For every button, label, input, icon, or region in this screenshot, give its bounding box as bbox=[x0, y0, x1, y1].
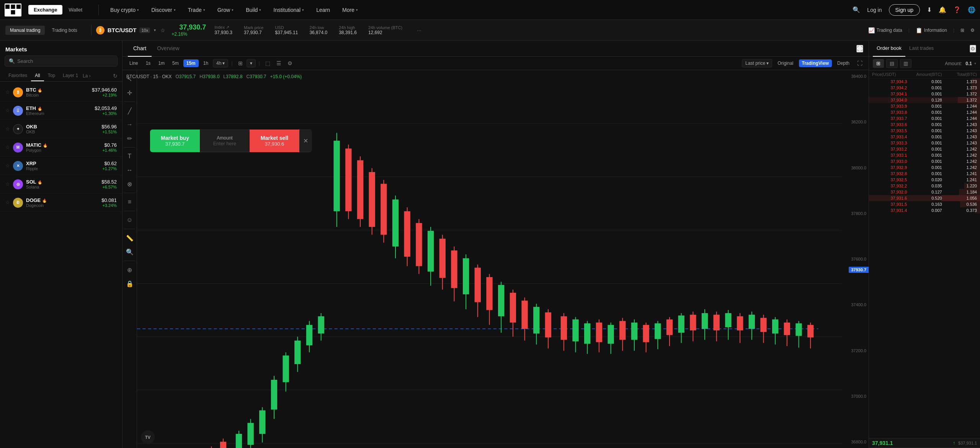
notifications-button[interactable]: 🔔 bbox=[939, 6, 946, 13]
chart-fullscreen-button[interactable]: ⛶ bbox=[855, 59, 865, 67]
ask-row-16[interactable]: 37,932.8 0.001 1.241 bbox=[869, 171, 980, 177]
chart-list-button[interactable]: ☰ bbox=[274, 59, 284, 67]
doge-favorite-star[interactable]: ☆ bbox=[5, 200, 10, 205]
manual-trading-button[interactable]: Manual trading bbox=[5, 26, 45, 35]
tool-measure[interactable]: ↔ bbox=[124, 164, 136, 176]
ask-row-3[interactable]: 37,934.1 0.001 1.372 bbox=[869, 91, 980, 97]
depth-view-button[interactable]: Depth bbox=[834, 59, 853, 67]
chart-screenshot-button[interactable]: ⬚ bbox=[263, 59, 273, 67]
wallet-tab[interactable]: Wallet bbox=[63, 5, 88, 15]
discover-link[interactable]: Discover▾ bbox=[145, 0, 181, 20]
ask-row-14[interactable]: 37,933.0 0.001 1.242 bbox=[869, 158, 980, 164]
ask-row-17[interactable]: 37,932.5 0.020 1.241 bbox=[869, 177, 980, 183]
ask-row-19[interactable]: 37,932.0 0.127 1.184 bbox=[869, 189, 980, 195]
ob-buy-only-button[interactable]: ▥ bbox=[900, 59, 911, 68]
ask-row-2[interactable]: 37,934.2 0.001 1.373 bbox=[869, 85, 980, 91]
ask-row-20[interactable]: 37,931.6 0.520 1.056 bbox=[869, 195, 980, 201]
tool-crosshair[interactable]: ✛ bbox=[124, 87, 136, 98]
candlestick-chart[interactable] bbox=[137, 70, 842, 448]
ask-row-9[interactable]: 37,933.5 0.001 1.243 bbox=[869, 128, 980, 134]
trade-link[interactable]: Trade▾ bbox=[182, 0, 211, 20]
market-item-doge[interactable]: ☆ Ð DOGE 🔥 Dogecoin $0.081 +3.24% bbox=[0, 194, 122, 212]
ask-row-11[interactable]: 37,933.3 0.001 1.243 bbox=[869, 140, 980, 146]
ob-sell-only-button[interactable]: ▤ bbox=[886, 59, 898, 68]
chart-5m-button[interactable]: 5m bbox=[169, 59, 182, 67]
filter-top[interactable]: Top bbox=[44, 71, 59, 81]
download-button[interactable]: ⬇ bbox=[927, 6, 932, 13]
btc-favorite-star[interactable]: ☆ bbox=[5, 89, 10, 95]
tool-pattern[interactable]: ⊗ bbox=[124, 178, 136, 190]
last-trades-tab[interactable]: Last trades bbox=[905, 41, 938, 57]
chart-1m-button[interactable]: 1m bbox=[155, 59, 168, 67]
market-item-okb[interactable]: ☆ ✦ OKB OKB $56.96 +1.51% bbox=[0, 120, 122, 138]
filter-layer1[interactable]: Layer 1 bbox=[59, 71, 82, 81]
market-buy-button[interactable]: Market buy 37,930.7 bbox=[150, 130, 200, 152]
eth-favorite-star[interactable]: ☆ bbox=[5, 108, 10, 113]
ob-amount-arrow[interactable]: ▾ bbox=[974, 61, 976, 66]
logo[interactable] bbox=[5, 3, 21, 16]
grow-link[interactable]: Grow▾ bbox=[211, 0, 240, 20]
market-item-xrp[interactable]: ☆ ✕ XRP Ripple $0.62 +1.27% bbox=[0, 157, 122, 175]
chart-1h-button[interactable]: 1h bbox=[200, 59, 211, 67]
ask-row-7[interactable]: 37,933.7 0.001 1.244 bbox=[869, 115, 980, 121]
ask-row-22[interactable]: 37,931.4 0.007 0.373 bbox=[869, 207, 980, 213]
tool-text[interactable]: T bbox=[124, 151, 136, 162]
language-button[interactable]: 🌐 bbox=[968, 6, 975, 13]
ob-both-sides-button[interactable]: ⊞ bbox=[873, 59, 884, 68]
xrp-favorite-star[interactable]: ☆ bbox=[5, 163, 10, 169]
order-book-tab[interactable]: Order book bbox=[873, 41, 905, 57]
order-popup-close-button[interactable]: ✕ bbox=[299, 130, 312, 152]
search-button[interactable]: 🔍 bbox=[853, 6, 860, 13]
order-amount-input[interactable]: Enter here bbox=[213, 141, 237, 146]
ask-row-5[interactable]: 37,933.9 0.001 1.244 bbox=[869, 103, 980, 109]
market-item-eth[interactable]: ☆ Ξ ETH 🔥 Ethereum $2,053.49 +1.30% bbox=[0, 102, 122, 120]
build-link[interactable]: Build▾ bbox=[240, 0, 267, 20]
filter-favorites[interactable]: Favorites bbox=[5, 71, 31, 81]
ask-row-12[interactable]: 37,933.2 0.001 1.242 bbox=[869, 146, 980, 152]
chart-timeframe-dropdown[interactable]: 4h▾ bbox=[213, 59, 228, 67]
tool-line[interactable]: ╱ bbox=[124, 105, 136, 117]
matic-favorite-star[interactable]: ☆ bbox=[5, 144, 10, 150]
tool-zoom[interactable]: 🔍 bbox=[124, 246, 136, 258]
chart-tab-overview[interactable]: Overview bbox=[152, 41, 185, 57]
chart-expand-button[interactable]: ⛶ bbox=[856, 45, 863, 53]
order-book-settings-button[interactable]: ⚙ bbox=[970, 45, 976, 53]
more-link[interactable]: More▾ bbox=[336, 0, 364, 20]
tool-fib[interactable]: ≡ bbox=[124, 196, 136, 208]
original-view-button[interactable]: Original bbox=[774, 59, 796, 67]
institutional-link[interactable]: Institutional▾ bbox=[267, 0, 310, 20]
tool-ruler[interactable]: 📏 bbox=[124, 232, 136, 244]
settings-button[interactable]: ⚙ bbox=[970, 28, 975, 33]
chart-15m-button[interactable]: 15m bbox=[183, 59, 199, 67]
filter-all[interactable]: All bbox=[31, 71, 44, 81]
tool-lock[interactable]: 🔒 bbox=[124, 278, 136, 289]
ask-row-8[interactable]: 37,933.6 0.001 1.243 bbox=[869, 121, 980, 128]
tradingview-view-button[interactable]: TradingView bbox=[799, 59, 832, 67]
okb-favorite-star[interactable]: ☆ bbox=[5, 126, 10, 132]
ask-row-13[interactable]: 37,933.1 0.001 1.242 bbox=[869, 152, 980, 158]
ask-row-4[interactable]: 37,934.0 0.128 1.372 bbox=[869, 97, 980, 103]
order-amount-field[interactable]: Amount Enter here bbox=[200, 130, 250, 152]
tool-arrow[interactable]: → bbox=[124, 119, 136, 130]
chart-draw-dropdown[interactable]: ▾ bbox=[247, 59, 256, 67]
layout-button[interactable]: ⊞ bbox=[960, 28, 964, 33]
tool-magnet[interactable]: ⊕ bbox=[124, 264, 136, 276]
market-item-matic[interactable]: ☆ M MATIC 🔥 Polygon $0.76 +1.46% bbox=[0, 138, 122, 157]
pair-favorite-star[interactable]: ☆ bbox=[160, 27, 165, 33]
market-search-input[interactable] bbox=[17, 58, 113, 64]
stats-more-icon[interactable]: ··· bbox=[417, 27, 421, 33]
market-item-sol[interactable]: ☆ ◎ SOL 🔥 Solana $58.52 +6.57% bbox=[0, 175, 122, 194]
ask-row-15[interactable]: 37,932.9 0.001 1.242 bbox=[869, 164, 980, 171]
market-item-btc[interactable]: ☆ ₿ BTC 🔥 Bitcoin $37,946.60 +2.19% bbox=[0, 83, 122, 102]
filter-refresh-button[interactable]: ↻ bbox=[113, 73, 118, 79]
buy-crypto-link[interactable]: Buy crypto▾ bbox=[104, 0, 145, 20]
tool-emoji[interactable]: ☺ bbox=[124, 214, 136, 226]
market-sell-button[interactable]: Market sell 37,930.6 bbox=[250, 130, 299, 152]
chart-container[interactable]: ↖ ✛ ╱ → ✏ T ↔ ⊗ ≡ ☺ 📏 🔍 ⊕ 🔒 bbox=[122, 70, 869, 448]
ask-row-10[interactable]: 37,933.4 0.001 1.243 bbox=[869, 134, 980, 140]
ask-row-21[interactable]: 37,931.5 0.163 0.536 bbox=[869, 201, 980, 207]
chart-settings-button[interactable]: ⚙ bbox=[285, 59, 295, 67]
login-button[interactable]: Log in bbox=[867, 7, 882, 13]
chart-tab-chart[interactable]: Chart bbox=[128, 41, 152, 57]
sol-favorite-star[interactable]: ☆ bbox=[5, 181, 10, 187]
